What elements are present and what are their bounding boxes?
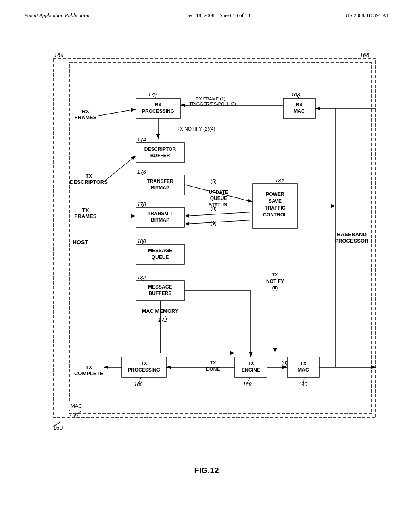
label-rx-proc: RX (155, 102, 162, 108)
label-tx-mac2: MAC (298, 367, 309, 373)
label-desc-buf: DESCRIPTOR (144, 146, 176, 152)
label-msg-buf2: BUFFERS (149, 291, 172, 296)
label-msg-buf: MESSAGE (148, 284, 172, 290)
label-rx-frames2: FRAMES (75, 114, 97, 121)
label-step9: (9) (211, 220, 217, 226)
label-rx-frame-trigger: RX FRAME (1) (196, 96, 225, 101)
label-tx-complete2: COMPLETE (74, 370, 104, 376)
label-tx-engine: TX (248, 361, 254, 366)
label-step6: (6) (282, 360, 288, 366)
label-168: 168 (291, 91, 300, 98)
label-baseband: BASEBAND (337, 231, 367, 237)
label-host: HOST (73, 239, 88, 245)
figure-label: FIG.12 (24, 466, 389, 475)
svg-line-26 (184, 212, 253, 216)
label-mac-outer: MAC (71, 403, 82, 409)
label-msg-queue2: QUEUE (152, 254, 169, 260)
svg-rect-4 (69, 63, 372, 414)
label-186: 186 (134, 381, 143, 387)
label-step8: (8) (211, 206, 217, 211)
label-rx-notify: RX NOTIFY (2)(4) (176, 126, 215, 132)
diagram-area: 160 MAC 162 HOST BASEBAND PROCESSOR 164 … (29, 39, 384, 462)
label-tx-desc: TX (86, 173, 92, 179)
label-164: 164 (54, 52, 64, 58)
label-power-save: POWER (266, 191, 284, 197)
label-tx-done: TX (210, 360, 216, 366)
header-date-sheet: Dec. 18, 2008 Sheet 10 of 13 (185, 12, 250, 19)
label-tx-bm2: BITMAP (151, 217, 169, 223)
label-tx-proc: TX (141, 361, 147, 366)
label-processor: PROCESSOR (335, 238, 369, 244)
label-rx-mac2: MAC (294, 108, 305, 114)
label-184: 184 (275, 177, 284, 183)
label-desc-buf2: BUFFER (150, 153, 170, 158)
page: Patent Application Publication Dec. 18, … (0, 0, 413, 532)
label-rx-mac: RX (296, 102, 303, 108)
label-tx-proc2: PROCESSING (128, 367, 160, 373)
label-tx-bm: TRANSMIT (148, 211, 173, 216)
label-tx-mac: TX (300, 361, 306, 366)
label-190: 190 (298, 381, 307, 387)
label-rx-proc2: PROCESSING (142, 108, 174, 114)
label-save: SAVE (269, 198, 282, 204)
diagram-svg: 160 MAC 162 HOST BASEBAND PROCESSOR 164 … (29, 39, 384, 462)
label-tx-frames2: FRAMES (75, 213, 97, 219)
svg-line-17 (104, 156, 136, 182)
label-tx-frames: TX (82, 207, 89, 213)
label-trigger-ps-poll: TRIGGER/PS-POLL (3) (189, 102, 236, 106)
label-tx-desc2: DESCRIPTORS (70, 179, 108, 185)
label-tx-complete: TX (86, 364, 92, 370)
label-update-queue2: QUEUE (210, 195, 227, 201)
header-patent-number: US 2008/310391 A1 (346, 12, 389, 19)
label-166: 166 (360, 52, 369, 58)
svg-line-12 (97, 109, 136, 116)
label-msg-queue: MESSAGE (148, 248, 172, 254)
header-publication: Patent Application Publication (24, 12, 90, 19)
label-rx-frames: RX (82, 108, 89, 114)
svg-line-27 (184, 220, 253, 224)
header: Patent Application Publication Dec. 18, … (24, 12, 389, 23)
label-172: 172 (158, 317, 167, 323)
label-162: 162 (69, 414, 78, 420)
label-188: 188 (243, 381, 252, 387)
label-transfer-bm2: BITMAP (151, 185, 169, 191)
label-traffic: TRAFFIC (265, 205, 286, 211)
label-tx-engine2: ENGINE (242, 367, 260, 373)
label-control: CONTROL (263, 212, 287, 218)
label-170: 170 (148, 91, 157, 98)
label-step5: (5) (211, 179, 217, 184)
label-update-queue: UPDATE (209, 189, 228, 195)
label-transfer-bm: TRANSFER (147, 179, 173, 184)
